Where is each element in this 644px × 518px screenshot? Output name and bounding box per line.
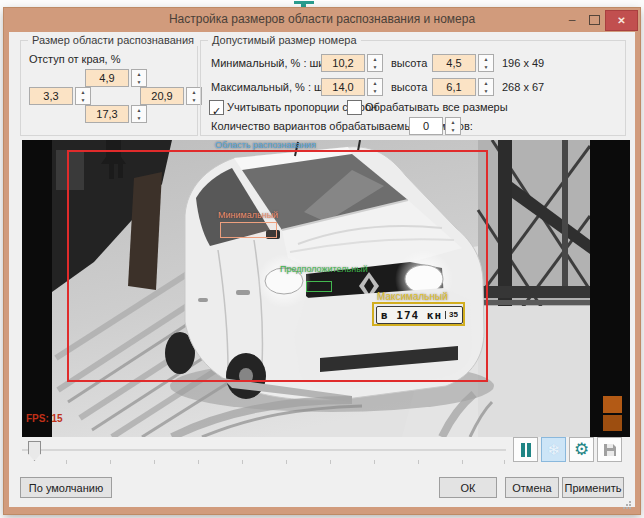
timeline-slider-track[interactable] (22, 449, 506, 451)
license-plate-number: в 174 кн (381, 309, 442, 322)
edge-margin-label: Отступ от края, % (29, 53, 121, 65)
apply-button[interactable]: Применить (562, 477, 624, 498)
max-height-field[interactable]: 6,1 (432, 78, 476, 96)
license-plate-region: 35 (445, 311, 458, 319)
close-button[interactable] (605, 10, 638, 31)
min-width-spinner: 10,2 (321, 54, 383, 72)
window-content: Размер области распознавания Отступ от к… (9, 32, 635, 507)
variants-count-spinner: 0 (409, 117, 461, 135)
min-height-field[interactable]: 4,5 (432, 54, 476, 72)
variants-count-field[interactable]: 0 (409, 117, 443, 135)
settings-button[interactable] (569, 437, 594, 462)
minimize-button[interactable] (561, 11, 583, 30)
slider-tick (330, 460, 331, 464)
video-preview[interactable]: Область распознавания Минимальный Предпо… (22, 140, 630, 437)
snowflake-button[interactable] (541, 437, 566, 462)
pause-icon (520, 443, 532, 457)
margin-left-arrows[interactable] (75, 87, 91, 105)
estimated-size-rect[interactable] (306, 281, 332, 292)
spinner-up-icon[interactable] (479, 55, 493, 63)
spinner-up-icon[interactable] (132, 70, 146, 78)
slider-tick (374, 460, 375, 464)
slider-tick (504, 460, 505, 464)
ok-button[interactable]: ОК (439, 477, 497, 498)
spinner-down-icon[interactable] (479, 63, 493, 71)
save-frame-button[interactable] (597, 437, 622, 462)
max-width-field[interactable]: 14,0 (321, 78, 365, 96)
save-icon (603, 443, 617, 457)
spinner-down-icon[interactable] (187, 96, 201, 104)
maximize-button[interactable] (583, 11, 605, 30)
spinner-down-icon[interactable] (368, 87, 382, 95)
all-sizes-checkbox-label[interactable]: Обрабатывать все размеры (365, 101, 508, 113)
margin-bottom-spinner: 17,3 (85, 105, 147, 123)
max-width-spinner: 14,0 (321, 78, 383, 96)
snowflake-icon (547, 441, 560, 459)
min-size-overlay-label: Минимальный (218, 210, 278, 220)
spinner-up-icon[interactable] (368, 55, 382, 63)
max-height-caption: высота (391, 81, 427, 93)
spinner-down-icon[interactable] (368, 63, 382, 71)
plate-size-group: Допустимый размер номера Минимальный, % … (200, 40, 626, 136)
maximize-icon (589, 15, 600, 25)
min-width-arrows[interactable] (367, 54, 383, 72)
settings-window: Настройка размеров области распознавания… (4, 8, 640, 514)
spinner-up-icon[interactable] (446, 118, 460, 126)
timeline-slider-thumb[interactable] (28, 441, 41, 461)
min-pixels-label: 196 x 49 (502, 57, 544, 69)
min-width-field[interactable]: 10,2 (321, 54, 365, 72)
titlebar[interactable]: Настройка размеров области распознавания… (4, 8, 640, 32)
pause-button[interactable] (513, 437, 538, 462)
cancel-button[interactable]: Отмена (505, 477, 559, 498)
fps-indicator: FPS: 15 (26, 413, 63, 424)
spinner-down-icon[interactable] (76, 96, 90, 104)
spinner-down-icon[interactable] (132, 78, 146, 86)
orange-marker-bottom (603, 415, 622, 431)
orange-marker-top (603, 396, 622, 413)
proportions-checkbox[interactable] (209, 100, 224, 115)
plate-size-group-title: Допустимый размер номера (208, 34, 361, 46)
recognition-area-group-title: Размер области распознавания (28, 34, 198, 46)
min-height-caption: высота (391, 57, 427, 69)
max-size-overlay-label: Максимальный (377, 291, 448, 302)
spinner-up-icon[interactable] (76, 88, 90, 96)
max-height-spinner: 6,1 (432, 78, 494, 96)
min-height-arrows[interactable] (478, 54, 494, 72)
window-title: Настройка размеров области распознавания… (4, 12, 640, 26)
margin-left-spinner: 3,3 (29, 87, 91, 105)
spinner-up-icon[interactable] (187, 88, 201, 96)
all-sizes-checkbox[interactable] (347, 100, 362, 115)
max-width-arrows[interactable] (367, 78, 383, 96)
slider-tick (418, 460, 419, 464)
spinner-down-icon[interactable] (446, 126, 460, 134)
variants-count-arrows[interactable] (445, 117, 461, 135)
max-height-arrows[interactable] (478, 78, 494, 96)
spinner-up-icon[interactable] (132, 106, 146, 114)
resize-grip[interactable] (622, 496, 632, 506)
margin-bottom-arrows[interactable] (131, 105, 147, 123)
margin-left-field[interactable]: 3,3 (29, 87, 73, 105)
recognition-area-label: Область распознавания (215, 140, 316, 150)
margin-top-spinner: 4,9 (85, 69, 147, 87)
gear-icon (574, 439, 589, 460)
margin-top-field[interactable]: 4,9 (85, 69, 129, 87)
min-height-spinner: 4,5 (432, 54, 494, 72)
slider-tick (110, 460, 111, 464)
slider-tick (242, 460, 243, 464)
spinner-up-icon[interactable] (479, 79, 493, 87)
max-pixels-label: 268 x 67 (502, 81, 544, 93)
max-size-rect[interactable]: в 174 кн 35 (372, 302, 465, 326)
spinner-down-icon[interactable] (132, 114, 146, 122)
margin-right-field[interactable]: 20,9 (140, 87, 184, 105)
estimated-overlay-label: Предположительный (280, 264, 368, 274)
spinner-up-icon[interactable] (368, 79, 382, 87)
margin-bottom-field[interactable]: 17,3 (85, 105, 129, 123)
margin-top-arrows[interactable] (131, 69, 147, 87)
defaults-button[interactable]: По умолчанию (20, 477, 112, 498)
margin-right-spinner: 20,9 (140, 87, 202, 105)
min-size-rect[interactable] (220, 222, 277, 238)
slider-tick (286, 460, 287, 464)
spinner-down-icon[interactable] (479, 87, 493, 95)
recognition-area-rect[interactable] (67, 150, 488, 382)
desktop-artifact (292, 0, 318, 8)
